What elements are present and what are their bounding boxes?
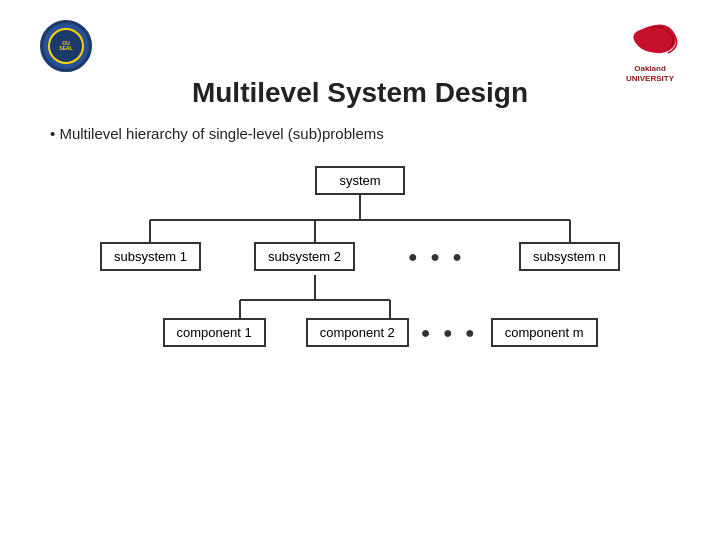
subsystem1-box: subsystem 1 [100,242,201,271]
system-node: system [315,166,405,195]
component-row: component 1 component 2 ● ● ● component … [70,318,650,347]
oakland-icon [620,20,680,64]
slide: OUSEAL OaklandUNIVERSITY Multilevel Syst… [0,0,720,540]
oakland-logo: OaklandUNIVERSITY [620,20,680,83]
component-dots: ● ● ● [421,325,479,341]
system-box: system [315,166,405,195]
component2-box: component 2 [306,318,409,347]
university-seal: OUSEAL [40,20,92,72]
componentM-box: component m [491,318,598,347]
diagram-container: system subsystem 1 subsystem 2 ● ● ● sub… [70,160,650,350]
subsystemN-box: subsystem n [519,242,620,271]
oakland-text: OaklandUNIVERSITY [626,64,674,83]
seal-inner: OUSEAL [48,28,84,64]
subsystem-dots: ● ● ● [408,249,466,265]
page-title: Multilevel System Design [40,77,680,109]
component1-box: component 1 [163,318,266,347]
subsystem2-box: subsystem 2 [254,242,355,271]
bullet-1: Multilevel hierarchy of single-level (su… [40,125,680,142]
logos-row: OUSEAL OaklandUNIVERSITY [40,20,680,83]
subsystem-row: subsystem 1 subsystem 2 ● ● ● subsystem … [70,242,650,271]
seal-text: OUSEAL [59,41,72,52]
